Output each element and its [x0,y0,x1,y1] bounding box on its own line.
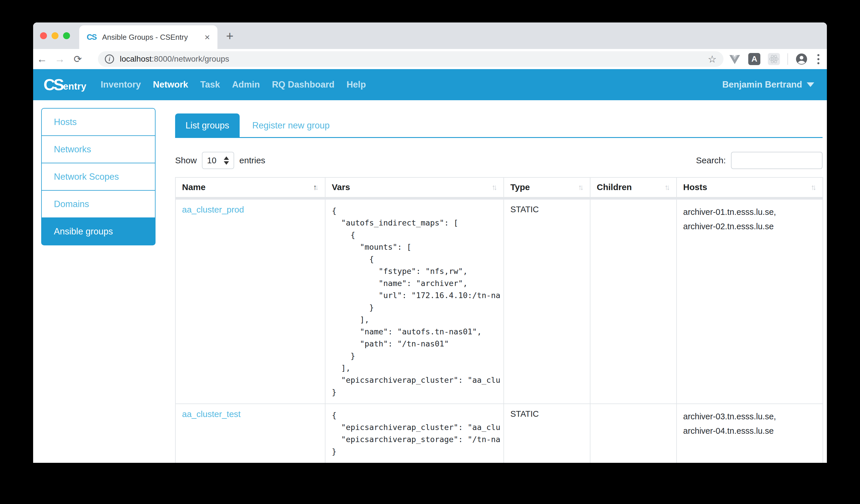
sidebar-item-hosts[interactable]: Hosts [41,108,156,136]
sidebar: Hosts Networks Network Scopes Domains An… [41,108,156,245]
hosts-cell: archiver-01.tn.esss.lu.se, archiver-02.t… [676,198,823,404]
table-header-row: Name↑↓ Vars↑↓ Type↑↓ Children↑↓ Hosts↑↓ [175,177,823,198]
close-tab-icon[interactable]: × [204,32,210,43]
forward-icon[interactable]: → [51,53,69,65]
page-info-icon[interactable]: i [105,55,114,64]
groups-table: Name↑↓ Vars↑↓ Type↑↓ Children↑↓ Hosts↑↓ … [175,177,823,463]
sort-icon: ↑↓ [492,183,497,192]
table-controls: Show 10 entries Search: [175,152,822,169]
sidebar-item-networks[interactable]: Networks [41,135,156,163]
toolbar-divider [787,53,788,65]
browser-window: CS Ansible Groups - CSEntry × + ← → ⟳ i … [33,23,827,463]
profile-avatar-icon[interactable] [796,53,807,65]
nav-item-rq-dashboard[interactable]: RQ Dashboard [272,80,334,90]
table-row: aa_cluster_prod { "autofs_indirect_maps"… [175,198,823,404]
nav-menu: Inventory Network Task Admin RQ Dashboar… [101,80,366,90]
vars-cell: { "autofs_indirect_maps": [ { "mounts": … [325,198,504,404]
bookmark-star-icon[interactable]: ☆ [708,53,717,65]
header-hosts[interactable]: Hosts↑↓ [676,177,823,198]
address-bar[interactable]: i localhost:8000/network/groups ☆ [98,51,723,67]
logo-entry: entry [63,81,86,92]
zoom-window-button[interactable] [63,32,70,39]
table-row: aa_cluster_test { "epicsarchiverap_clust… [175,404,823,463]
search-area: Search: [696,152,822,169]
show-label: Show [175,156,197,165]
url-text[interactable]: localhost:8000/network/groups [120,55,229,64]
group-tabs: List groups Register new group [175,114,822,138]
select-arrows-icon [224,156,229,165]
nav-item-admin[interactable]: Admin [232,80,260,90]
header-type[interactable]: Type↑↓ [504,177,590,198]
sort-icon: ↑↓ [664,183,670,192]
url-host: localhost [120,55,152,63]
page-content: Hosts Networks Network Scopes Domains An… [33,100,827,463]
page-size-value: 10 [207,156,216,165]
minimize-window-button[interactable] [52,32,58,39]
group-link[interactable]: aa_cluster_test [182,409,241,419]
sort-icon: ↑↓ [811,183,816,192]
main-panel: List groups Register new group Show 10 e… [175,114,822,463]
csentry-logo[interactable]: CS entry [43,77,86,92]
search-label: Search: [696,156,726,165]
reload-icon[interactable]: ⟳ [69,53,87,65]
browser-tabstrip: CS Ansible Groups - CSEntry × + [33,23,827,49]
traffic-lights [40,32,70,39]
header-name[interactable]: Name↑↓ [175,177,325,198]
vars-cell: { "epicsarchiverap_cluster": "aa_clu "ep… [325,404,504,463]
extension-a-icon[interactable]: A [748,53,760,65]
children-cell [590,404,676,463]
tab-title: Ansible Groups - CSEntry [102,33,201,42]
sort-icon: ↑↓ [313,183,318,192]
sort-icon: ↑↓ [578,183,584,192]
extensions-area: A [729,49,822,69]
group-link[interactable]: aa_cluster_prod [182,205,244,214]
chrome-menu-icon[interactable] [815,54,822,64]
nav-item-task[interactable]: Task [200,80,220,90]
nav-item-inventory[interactable]: Inventory [101,80,141,90]
user-menu[interactable]: Benjamin Bertrand [722,80,814,90]
header-vars[interactable]: Vars↑↓ [325,177,504,198]
back-icon[interactable]: ← [33,53,51,65]
logo-cs: CS [43,77,62,92]
tab-register-new-group[interactable]: Register new group [252,120,330,131]
app-navbar: CS entry Inventory Network Task Admin RQ… [33,69,827,100]
nav-item-help[interactable]: Help [346,80,366,90]
type-cell: STATIC [504,198,590,404]
nav-item-network[interactable]: Network [153,80,188,90]
url-path: :8000/network/groups [152,55,229,63]
header-children[interactable]: Children↑↓ [590,177,676,198]
entries-label: entries [239,156,265,165]
react-devtools-icon[interactable] [768,53,780,65]
page-size-select[interactable]: 10 [202,152,234,169]
caret-down-icon [807,82,814,87]
close-window-button[interactable] [40,32,47,39]
user-name: Benjamin Bertrand [722,80,802,90]
sidebar-item-network-scopes[interactable]: Network Scopes [41,163,156,191]
browser-tab[interactable]: CS Ansible Groups - CSEntry × [79,25,217,49]
sidebar-item-ansible-groups[interactable]: Ansible groups [41,217,156,245]
tab-list-groups[interactable]: List groups [175,114,240,138]
type-cell: STATIC [504,404,590,463]
children-cell [590,198,676,404]
vue-devtools-icon[interactable] [729,53,741,65]
search-input[interactable] [731,152,822,169]
favicon-icon: CS [87,33,97,42]
hosts-cell: archiver-03.tn.esss.lu.se, archiver-04.t… [676,404,823,463]
browser-toolbar: ← → ⟳ i localhost:8000/network/groups ☆ … [33,49,827,69]
sidebar-item-domains[interactable]: Domains [41,190,156,218]
new-tab-button[interactable]: + [226,29,233,43]
